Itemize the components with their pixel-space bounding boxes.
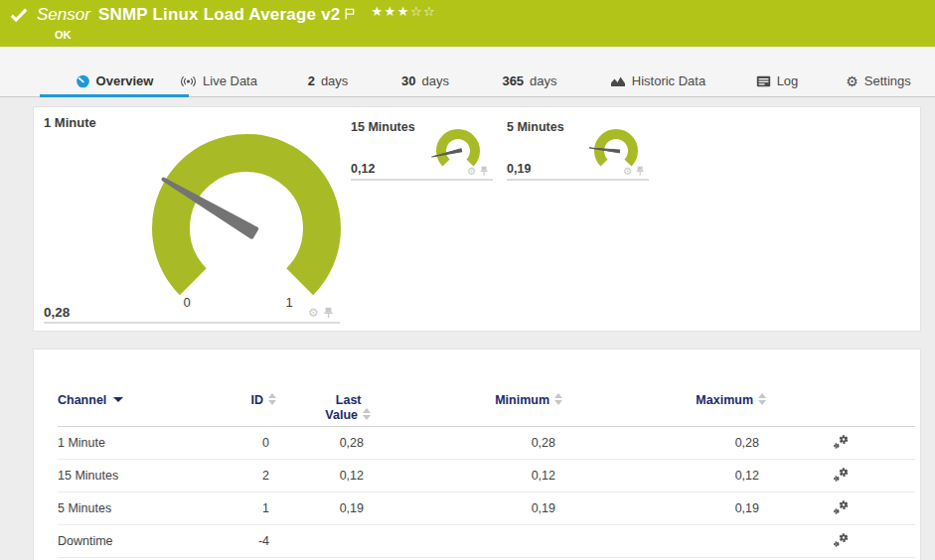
gauge-1-minute-value: 0,28 [44,305,70,320]
tab-2-days[interactable]: 2 days [294,66,362,96]
column-header-maximum[interactable]: Maximum [563,385,767,427]
tab-label: days [321,73,348,88]
pin-icon[interactable] [636,166,644,176]
sensor-title-row: Sensor SNMP Linux Load Average v2 ★★★☆☆ [10,5,436,25]
gauge-footer-icons: ⚙ [308,307,333,319]
gauge-15-minutes-value: 0,12 [351,162,375,176]
page-title: SNMP Linux Load Average v2 [98,5,341,25]
id-cell: 1 [217,492,277,525]
id-cell: 0 [217,427,277,460]
tab-label: Overview [96,73,154,88]
tab-label: days [530,73,556,88]
last-value-cell [277,525,372,558]
priority-flag-icon[interactable] [345,6,355,24]
gauge-max-label: 1 [285,295,292,310]
tab-number: 30 [401,73,415,88]
tab-log[interactable]: Log [745,66,809,96]
sort-icon [268,393,277,405]
channel-settings-icon[interactable] [833,434,850,453]
tab-label: Live Data [203,73,257,88]
tab-30-days[interactable]: 30 days [388,66,463,96]
gauge-15-minutes-label: 15 Minutes [351,120,415,134]
tab-settings[interactable]: ⚙ Settings [837,66,920,96]
minimum-cell: 0,28 [372,427,563,460]
gauge-footer-icons: ⚙ [623,166,644,176]
sensor-header: Sensor SNMP Linux Load Average v2 ★★★☆☆ … [0,0,935,47]
channel-settings-icon[interactable] [833,467,850,486]
area-chart-icon [610,74,626,87]
gauge-footer-icons: ⚙ [467,166,488,176]
sort-icon [554,393,563,405]
gauge-5-minutes-value: 0,19 [507,162,531,176]
status-badge: OK [55,29,72,41]
gauge-settings-icon[interactable]: ⚙ [623,166,632,176]
channel-cell: 5 Minutes [58,492,217,525]
tab-label: Historic Data [632,73,705,88]
gauge-footer-divider [351,179,493,181]
maximum-cell: 0,19 [563,492,767,525]
sort-icon [758,393,767,405]
pin-icon[interactable] [324,307,333,319]
gauge-settings-icon[interactable]: ⚙ [308,307,319,319]
gauge-icon [76,74,90,88]
table-row: 15 Minutes 2 0,12 0,12 0,12 [58,460,915,492]
column-header-actions [767,385,915,427]
tab-label: Settings [864,73,911,88]
pin-icon[interactable] [480,166,488,176]
broadcast-icon [180,75,197,87]
minimum-cell [372,525,563,558]
gauge-min-label: 0 [183,295,190,310]
tab-365-days[interactable]: 365 days [487,66,572,96]
tab-bar: Overview Live Data 2 days 30 days 365 da… [0,47,935,97]
table-row: 1 Minute 0 0,28 0,28 0,28 [58,427,915,460]
channel-settings-icon[interactable] [833,499,850,518]
sort-icon [363,408,372,420]
table-row: Downtime -4 [58,525,915,558]
gauges-panel: 1 Minute 0 1 0,28 ⚙ 15 Minutes 0,12 ⚙ [33,106,921,332]
channels-table: Channel ID Last Value Minimum Maximum [58,385,915,558]
channel-cell: 15 Minutes [58,460,217,492]
status-check-icon [10,8,28,23]
log-icon [756,75,771,87]
maximum-cell: 0,12 [563,460,767,492]
channel-cell: Downtime [58,525,217,558]
gauge-1-minute[interactable]: 0 1 [147,129,346,328]
tab-historic-data[interactable]: Historic Data [602,66,713,96]
gauge-footer-divider [44,322,340,324]
gauge-5-minutes-label: 5 Minutes [507,120,564,134]
minimum-cell: 0,12 [372,460,563,492]
object-kind-label: Sensor [37,5,90,25]
gauge-arc [441,134,475,163]
tab-overview[interactable]: Overview [40,66,189,96]
tab-label: days [422,73,449,88]
id-cell: -4 [217,525,277,558]
table-header-row: Channel ID Last Value Minimum Maximum [58,385,915,427]
minimum-cell: 0,19 [372,492,563,525]
last-value-cell: 0,19 [277,492,372,525]
last-value-cell: 0,28 [277,427,372,460]
sort-desc-icon [113,397,123,402]
gauge-settings-icon[interactable]: ⚙ [467,166,476,176]
priority-stars[interactable]: ★★★☆☆ [371,4,436,19]
gauge-arc [171,153,322,282]
tab-label: Log [777,73,799,88]
table-row: 5 Minutes 1 0,19 0,19 0,19 [58,492,915,525]
tab-number: 2 [308,73,315,88]
channel-settings-icon[interactable] [833,532,850,551]
maximum-cell [563,525,767,558]
last-value-cell: 0,12 [277,460,372,492]
column-header-minimum[interactable]: Minimum [372,385,563,427]
column-header-last-value[interactable]: Last Value [277,385,372,427]
gauge-footer-divider [507,179,649,181]
tab-number: 365 [502,73,524,88]
gauge-1-minute-label: 1 Minute [44,115,96,130]
gear-icon: ⚙ [846,74,858,88]
channels-panel: Channel ID Last Value Minimum Maximum [33,349,921,560]
column-header-channel[interactable]: Channel [58,385,217,427]
channel-cell: 1 Minute [58,427,217,460]
maximum-cell: 0,28 [563,427,767,460]
id-cell: 2 [217,460,277,492]
tab-live-data[interactable]: Live Data [171,66,266,96]
column-header-id[interactable]: ID [217,385,277,427]
